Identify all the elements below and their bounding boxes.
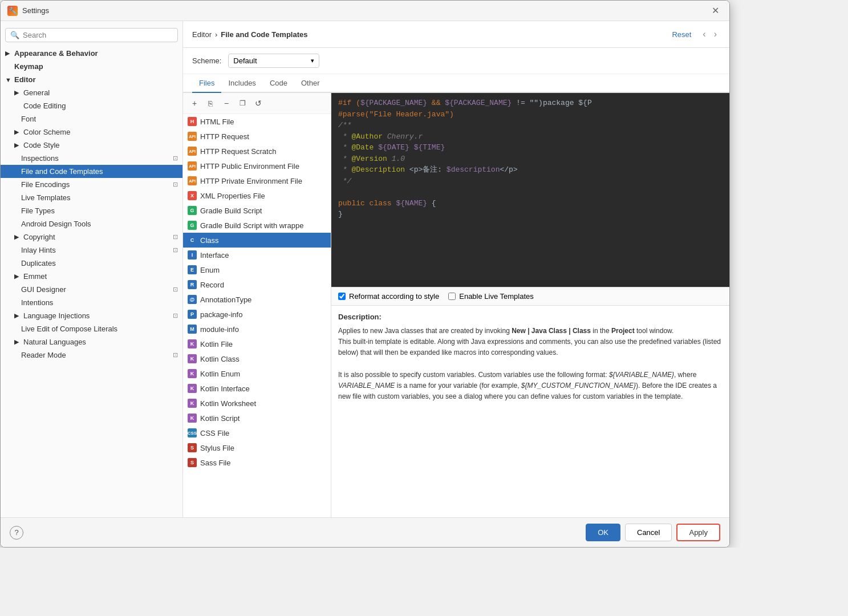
sidebar-item-inlay-hints[interactable]: ▶ Inlay Hints ⊡ <box>1 244 182 257</box>
template-icon: I <box>188 250 197 260</box>
sidebar-item-language-injections[interactable]: ▶ Language Injections ⊡ <box>1 309 182 322</box>
copy-template-button[interactable]: ⎘ <box>204 96 217 110</box>
ok-button[interactable]: OK <box>586 524 620 541</box>
titlebar: 🔧 Settings ✕ <box>1 1 729 21</box>
sidebar-item-label: File and Code Templates <box>21 167 103 176</box>
sidebar-item-copyright[interactable]: ▶ Copyright ⊡ <box>1 230 182 244</box>
template-icon: K <box>188 384 197 393</box>
reformat-checkbox[interactable] <box>338 293 346 300</box>
template-label: Gradle Build Script <box>200 206 262 215</box>
tab-files[interactable]: Files <box>192 74 221 93</box>
sidebar-item-general[interactable]: ▶ General <box>1 86 182 99</box>
sidebar-item-editor[interactable]: ▼ Editor <box>1 73 182 86</box>
template-item-http-private-env[interactable]: API HTTP Private Environment File <box>183 173 331 188</box>
sidebar-item-gui-designer[interactable]: ▶ GUI Designer ⊡ <box>1 283 182 296</box>
reset-button[interactable]: Reset <box>668 29 695 40</box>
template-item-xml-properties[interactable]: X XML Properties File <box>183 188 331 203</box>
template-item-kotlin-file[interactable]: K Kotlin File <box>183 337 331 351</box>
template-label: Interface <box>200 251 229 260</box>
sidebar-item-emmet[interactable]: ▶ Emmet <box>1 270 182 283</box>
template-item-sass-file[interactable]: S Sass File <box>183 455 331 470</box>
sidebar-item-live-templates[interactable]: ▶ Live Templates <box>1 191 182 204</box>
reformat-checkbox-row: Reformat according to style <box>338 292 439 301</box>
sidebar-item-code-style[interactable]: ▶ Code Style <box>1 139 182 152</box>
sidebar-item-file-types[interactable]: ▶ File Types <box>1 204 182 217</box>
duplicate-template-button[interactable]: ❐ <box>236 96 249 110</box>
help-button[interactable]: ? <box>10 526 23 540</box>
close-button[interactable]: ✕ <box>708 4 723 17</box>
add-template-button[interactable]: + <box>188 96 201 110</box>
tab-includes[interactable]: Includes <box>221 74 262 93</box>
template-item-stylus-file[interactable]: S Stylus File <box>183 440 331 455</box>
tab-code[interactable]: Code <box>263 74 294 93</box>
template-list: H HTML File API HTTP Request API HTTP Re… <box>183 114 331 517</box>
sidebar-item-duplicates[interactable]: ▶ Duplicates <box>1 257 182 270</box>
sidebar-item-inspections[interactable]: ▶ Inspections ⊡ <box>1 152 182 165</box>
sidebar-item-intentions[interactable]: ▶ Intentions <box>1 296 182 309</box>
tab-other[interactable]: Other <box>294 74 327 93</box>
template-item-html-file[interactable]: H HTML File <box>183 114 331 129</box>
template-item-record[interactable]: R Record <box>183 277 331 292</box>
sidebar-item-label: Reader Mode <box>21 351 66 359</box>
expand-arrow: ▼ <box>5 76 12 83</box>
template-item-module-info[interactable]: M module-info <box>183 322 331 337</box>
cancel-button[interactable]: Cancel <box>625 524 672 541</box>
template-item-kotlin-script[interactable]: K Kotlin Script <box>183 411 331 425</box>
template-icon: H <box>188 117 197 126</box>
sidebar-item-android-design-tools[interactable]: ▶ Android Design Tools <box>1 217 182 230</box>
apply-button[interactable]: Apply <box>676 524 720 541</box>
template-icon: S <box>188 443 197 452</box>
nav-back-button[interactable]: ‹ <box>699 28 709 40</box>
bottom-bar: ? OK Cancel Apply <box>1 517 729 547</box>
scheme-select[interactable]: Default ▾ <box>228 54 319 68</box>
sidebar-item-file-code-templates[interactable]: ▶ File and Code Templates <box>1 165 182 178</box>
sidebar-item-color-scheme[interactable]: ▶ Color Scheme <box>1 125 182 139</box>
reset-template-button[interactable]: ↺ <box>251 96 265 110</box>
template-item-http-request[interactable]: API HTTP Request <box>183 129 331 144</box>
live-templates-label[interactable]: Enable Live Templates <box>459 292 534 301</box>
remove-template-button[interactable]: − <box>220 96 233 110</box>
search-input[interactable] <box>23 31 173 39</box>
live-templates-checkbox[interactable] <box>448 293 456 300</box>
window-title: Settings <box>22 6 708 15</box>
template-item-kotlin-interface[interactable]: K Kotlin Interface <box>183 381 331 396</box>
sidebar-item-reader-mode[interactable]: ▶ Reader Mode ⊡ <box>1 348 182 362</box>
sidebar-item[interactable]: ▶ Keymap <box>1 60 182 73</box>
template-label: Kotlin Script <box>200 414 240 423</box>
template-icon: API <box>188 132 197 141</box>
template-item-kotlin-worksheet[interactable]: K Kotlin Worksheet <box>183 396 331 411</box>
template-label: Kotlin File <box>200 340 233 348</box>
template-label: Kotlin Enum <box>200 370 240 378</box>
template-label: Sass File <box>200 459 230 467</box>
template-item-kotlin-enum[interactable]: K Kotlin Enum <box>183 366 331 381</box>
template-item-http-request-scratch[interactable]: API HTTP Request Scratch <box>183 144 331 159</box>
template-label: Kotlin Interface <box>200 384 250 393</box>
template-item-annotation-type[interactable]: @ AnnotationType <box>183 292 331 307</box>
template-item-gradle-build-wrapper[interactable]: G Gradle Build Script with wrappe <box>183 218 331 233</box>
template-item-css-file[interactable]: CSS CSS File <box>183 425 331 440</box>
template-item-kotlin-class[interactable]: K Kotlin Class <box>183 351 331 366</box>
sidebar-item-natural-languages[interactable]: ▶ Natural Languages <box>1 335 182 348</box>
nav-forward-button[interactable]: › <box>711 28 720 40</box>
template-item-interface[interactable]: I Interface <box>183 248 331 262</box>
breadcrumb: Editor › File and Code Templates <box>192 30 308 39</box>
template-item-http-public-env[interactable]: API HTTP Public Environment File <box>183 159 331 173</box>
sidebar-item-label: Color Scheme <box>23 128 70 136</box>
sidebar-item-font[interactable]: ▶ Font <box>1 112 182 125</box>
code-editor[interactable]: #if (${PACKAGE_NAME} && ${PACKAGE_NAME} … <box>331 93 729 287</box>
template-icon: S <box>188 458 197 467</box>
sidebar-item-live-edit[interactable]: ▶ Live Edit of Compose Literals <box>1 322 182 335</box>
sidebar-item-label: File Types <box>21 206 55 215</box>
template-item-gradle-build[interactable]: G Gradle Build Script <box>183 203 331 218</box>
template-item-enum[interactable]: E Enum <box>183 262 331 277</box>
sidebar: 🔍 ▶ Appearance & Behavior ▶ Keymap ▼ Edi… <box>1 21 183 517</box>
badge-icon: ⊡ <box>173 246 178 254</box>
sidebar-item[interactable]: ▶ Appearance & Behavior <box>1 47 182 60</box>
search-box[interactable]: 🔍 <box>5 28 178 42</box>
reformat-label[interactable]: Reformat according to style <box>349 292 439 301</box>
sidebar-item-file-encodings[interactable]: ▶ File Encodings ⊡ <box>1 178 182 191</box>
sidebar-item-code-editing[interactable]: ▶ Code Editing <box>1 99 182 112</box>
template-icon: R <box>188 280 197 289</box>
template-item-package-info[interactable]: P package-info <box>183 307 331 322</box>
template-item-class[interactable]: C Class <box>183 233 331 248</box>
